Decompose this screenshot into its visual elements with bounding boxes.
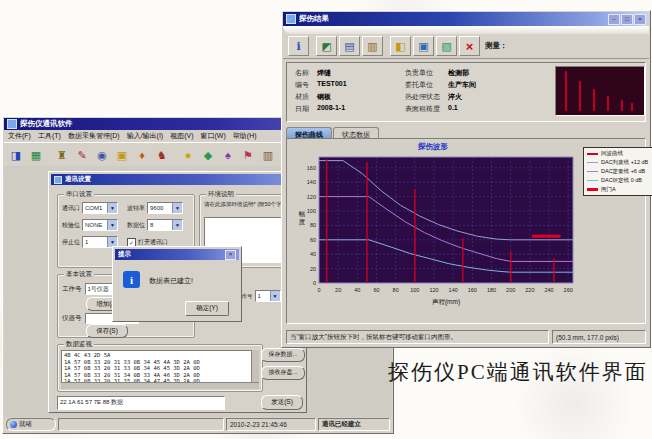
- svg-text:160: 160: [468, 287, 477, 293]
- monitor-hscrollbar[interactable]: [61, 382, 259, 389]
- result-window-controls: –□×: [608, 14, 646, 25]
- save-data-button[interactable]: 保存数据...: [261, 348, 305, 362]
- info-icon[interactable]: ℹ: [288, 36, 309, 56]
- result-window-titlebar[interactable]: 探伤结果 –□×: [283, 12, 649, 26]
- info-value: 检测部: [448, 68, 476, 78]
- info-value: 钢板: [317, 92, 347, 102]
- svg-text:220: 220: [525, 287, 534, 293]
- app-icon: [7, 119, 17, 129]
- legend-label: DAC定量线 +6 dB: [601, 168, 645, 175]
- menu-item[interactable]: 帮助(H): [233, 131, 257, 141]
- info-value: TEST001: [317, 80, 347, 90]
- svg-text:20: 20: [335, 287, 341, 293]
- serial-field-value: COM1: [83, 205, 107, 211]
- open-file-icon[interactable]: ♜: [53, 147, 71, 164]
- report-icon[interactable]: ♠: [219, 147, 237, 164]
- info-label: 热处理状态: [405, 92, 440, 102]
- legend-label: DAC评定线 0 dB: [601, 177, 642, 184]
- legend-swatch: [587, 162, 598, 163]
- desktop: 探伤仪通讯软件 – □ × 文件(F)工具(T)数据采集管理(D)输入/输出(I…: [0, 0, 652, 439]
- chart-icon[interactable]: ▧: [436, 36, 457, 56]
- flaw-chart-svg: 0204060801001201401601802002202402600204…: [295, 151, 579, 317]
- menu-item[interactable]: 数据采集管理(D): [68, 131, 120, 141]
- info-value: 0.1: [448, 104, 476, 114]
- message-box-titlebar[interactable]: 提示 ×: [115, 249, 239, 260]
- database-icon[interactable]: ▣: [113, 147, 131, 164]
- serial-field-select[interactable]: NONE▼: [82, 219, 118, 231]
- table-icon[interactable]: ▥: [259, 147, 277, 164]
- device-workno-value: 1: [256, 293, 270, 299]
- serial-field-select[interactable]: 9600▼: [147, 202, 183, 214]
- info-value: 2008-1-1: [317, 104, 347, 114]
- monitor-list[interactable]: 4B 4C 43 2D 5A1A 57 0B 33 20 31 33 0B 34…: [61, 350, 252, 383]
- send-input[interactable]: 22 1A 61 57 7E 88 数据: [57, 396, 225, 410]
- connect-icon[interactable]: ◨: [7, 147, 25, 164]
- info-value: 淬火: [448, 92, 476, 102]
- send-button[interactable]: 发送(S): [261, 395, 303, 410]
- menu-item[interactable]: 窗口(W): [201, 131, 226, 141]
- chevron-down-icon[interactable]: ▼: [172, 203, 182, 213]
- menu-item[interactable]: 视图(V): [170, 131, 193, 141]
- barrel-icon[interactable]: ◧: [390, 36, 411, 56]
- svg-text:度: 度: [299, 218, 306, 226]
- chevron-down-icon[interactable]: ▼: [107, 220, 117, 230]
- note-group-title: 环境说明: [206, 190, 236, 199]
- statusbar-message-area: [58, 418, 224, 431]
- waveform-thumbnail: [555, 66, 645, 116]
- menu-item[interactable]: 工具(T): [38, 131, 61, 141]
- result-app-icon: [286, 14, 296, 24]
- report-icon[interactable]: ▥: [362, 36, 383, 56]
- download-icon[interactable]: ♞: [153, 147, 171, 164]
- svg-text:120: 120: [307, 194, 316, 200]
- serial-group-title: 串口设置: [64, 190, 94, 199]
- serial-field-select[interactable]: COM1▼: [82, 202, 118, 214]
- chevron-down-icon[interactable]: ▼: [270, 291, 280, 301]
- info-column-1: 名称焊缝编号TEST001材质钢板日期2008-1-1: [295, 68, 347, 114]
- device-icon[interactable]: ▦: [27, 147, 45, 164]
- info-label: 日期: [295, 104, 309, 114]
- svg-text:60: 60: [310, 237, 316, 243]
- save-icon[interactable]: ✎: [73, 147, 91, 164]
- result-window-title: 探伤结果: [299, 14, 329, 24]
- chevron-down-icon[interactable]: ▼: [107, 203, 117, 213]
- save-button[interactable]: 保存(S): [86, 324, 128, 338]
- save-icon[interactable]: ▤: [339, 36, 360, 56]
- minimize-button[interactable]: –: [608, 14, 620, 25]
- legend-swatch: [587, 153, 598, 155]
- menu-item[interactable]: 输入/输出(I): [127, 131, 164, 141]
- svg-text:幅: 幅: [299, 210, 306, 218]
- device-workno-select[interactable]: 1 ▼: [255, 290, 281, 302]
- info-label: 委托单位: [405, 80, 440, 90]
- alarm-icon[interactable]: ⚑: [239, 147, 257, 164]
- legend-item: 回波曲线: [587, 150, 649, 157]
- close-button[interactable]: ×: [634, 14, 646, 25]
- clock-icon[interactable]: ●: [179, 147, 197, 164]
- monitor-vscrollbar[interactable]: [251, 350, 259, 383]
- chevron-down-icon[interactable]: ▼: [172, 220, 182, 230]
- info-value: 焊缝: [317, 68, 347, 78]
- info-column-2: 负责单位检测部委托单位生产车间热处理状态淬火表面粗糙度0.1: [405, 68, 476, 114]
- maximize-button[interactable]: □: [621, 14, 633, 25]
- statusbar-time: 2010-2-23 21:45:46: [226, 418, 316, 431]
- delete-icon[interactable]: ×: [459, 36, 480, 56]
- upload-icon[interactable]: ♦: [133, 147, 151, 164]
- cursor-coords: (50.3 mm, 177.0 pxls): [552, 330, 646, 344]
- message-box-title: 提示: [118, 250, 131, 259]
- send-icon[interactable]: ◩: [316, 36, 337, 56]
- receive-save-button[interactable]: 接收存盘...: [261, 366, 305, 380]
- legend-swatch: [587, 180, 598, 181]
- status-led-icon: [10, 421, 17, 428]
- message-box-close-button[interactable]: ×: [225, 250, 236, 260]
- print-icon[interactable]: ◉: [93, 147, 111, 164]
- info-label: 材质: [295, 92, 309, 102]
- serial-field-label: 数据位: [127, 221, 145, 230]
- serial-field-value: 8: [148, 222, 172, 228]
- ok-button[interactable]: 确定(Y): [185, 301, 229, 316]
- serial-field-select[interactable]: 8▼: [147, 219, 183, 231]
- export-icon[interactable]: ◆: [199, 147, 217, 164]
- menu-item[interactable]: 文件(F): [8, 131, 31, 141]
- window-icon[interactable]: ▣: [413, 36, 434, 56]
- svg-text:0: 0: [317, 287, 320, 293]
- svg-text:100: 100: [307, 208, 316, 214]
- dialog-titlebar[interactable]: 通讯设置 ×: [51, 174, 304, 185]
